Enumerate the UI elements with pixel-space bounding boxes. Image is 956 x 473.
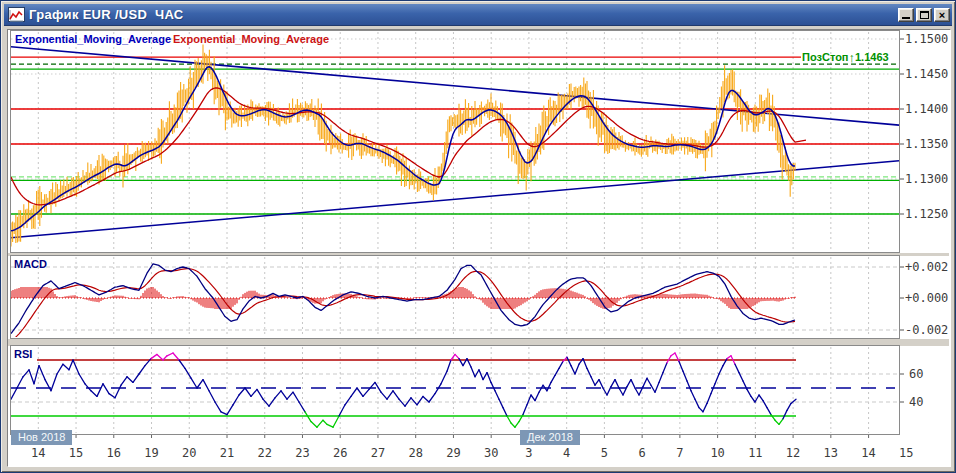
x-axis-label: 14	[25, 446, 51, 460]
x-axis-label: 19	[139, 446, 165, 460]
x-axis-label: 3	[516, 446, 542, 460]
x-axis-label: 6	[629, 446, 655, 460]
price-axis-label: 1.1350	[905, 137, 948, 151]
up-arrow-icon: ↑	[849, 50, 856, 65]
legend-ema-blue: Exponential_Moving_Average	[15, 33, 171, 45]
x-axis-label: 5	[591, 446, 617, 460]
position-stop-label: ПозСтоп↑1.1463	[802, 49, 889, 64]
price-axis-label: 1.1500	[905, 32, 948, 46]
x-axis-label: 4	[554, 446, 580, 460]
x-axis-label: 12	[780, 446, 806, 460]
pos-stop-value: 1.1463	[855, 51, 889, 63]
pos-stop-text: ПозСтоп	[802, 51, 849, 63]
price-axis-label: 1.1300	[905, 172, 948, 186]
x-axis-label: 15	[893, 446, 919, 460]
month-label-nov: Нов 2018	[11, 430, 72, 445]
rsi-axis-label: 40	[909, 395, 923, 409]
price-axis-label: 1.1400	[905, 102, 948, 116]
x-axis-label: 23	[289, 446, 315, 460]
legend-ema-red: Exponential_Moving_Average	[173, 33, 329, 45]
month-label-dec: Дек 2018	[520, 430, 580, 445]
x-axis-label: 15	[63, 446, 89, 460]
price-axis-label: 1.1450	[905, 67, 948, 81]
x-axis-label: 16	[101, 446, 127, 460]
x-axis-label: 14	[856, 446, 882, 460]
macd-axis-label: -0.002	[905, 323, 948, 337]
chart-canvas[interactable]	[1, 1, 956, 473]
rsi-axis-label: 60	[909, 367, 923, 381]
x-axis-label: 28	[403, 446, 429, 460]
macd-axis-label: +0.002	[905, 260, 948, 274]
x-axis-label: 13	[818, 446, 844, 460]
x-axis-label: 20	[176, 446, 202, 460]
macd-panel-label: MACD	[14, 258, 47, 270]
x-axis-label: 22	[252, 446, 278, 460]
x-axis-label: 10	[705, 446, 731, 460]
x-axis-label: 30	[478, 446, 504, 460]
x-axis-label: 27	[365, 446, 391, 460]
rsi-panel-label: RSI	[14, 348, 32, 360]
x-axis-label: 26	[327, 446, 353, 460]
x-axis-label: 7	[667, 446, 693, 460]
x-axis-label: 11	[742, 446, 768, 460]
macd-axis-label: +0.000	[905, 291, 948, 305]
x-axis-label: 21	[214, 446, 240, 460]
x-axis-label: 29	[440, 446, 466, 460]
app-window: График EUR /USD ЧАС × Exponential_Moving…	[0, 0, 956, 473]
price-axis-label: 1.1250	[905, 207, 948, 221]
